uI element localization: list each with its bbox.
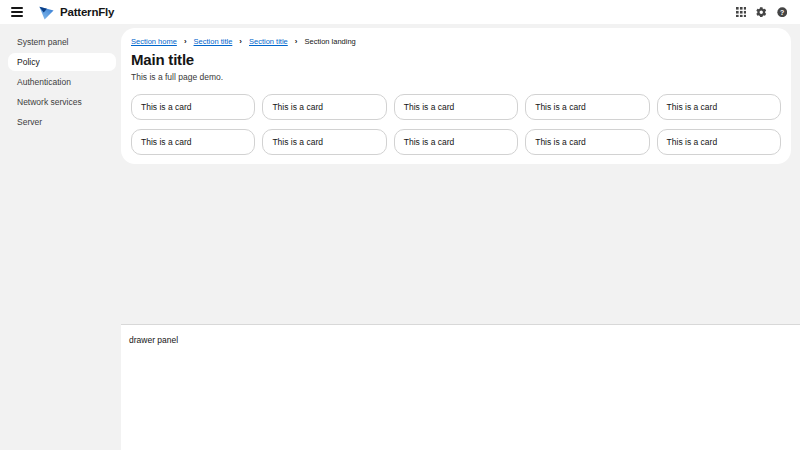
chevron-right-icon: › <box>239 38 242 46</box>
page-subtitle: This is a full page demo. <box>131 72 781 82</box>
main-panel: Section home › Section title › Section t… <box>121 28 791 164</box>
patternfly-logo-icon <box>38 4 55 21</box>
app-launcher-grid-icon[interactable] <box>735 6 748 19</box>
card: This is a card <box>525 129 649 155</box>
card: This is a card <box>657 94 781 120</box>
sidebar: System panel Policy Authentication Netwo… <box>0 24 121 450</box>
card: This is a card <box>657 129 781 155</box>
card: This is a card <box>131 129 255 155</box>
masthead-actions: ? <box>735 6 789 19</box>
card: This is a card <box>262 94 386 120</box>
breadcrumb-link-section-home[interactable]: Section home <box>131 37 177 46</box>
chevron-right-icon: › <box>295 38 298 46</box>
sidebar-item-server[interactable]: Server <box>8 113 116 131</box>
card-grid: This is a card This is a card This is a … <box>131 94 781 155</box>
sidebar-item-authentication[interactable]: Authentication <box>8 73 116 91</box>
brand: PatternFly <box>38 4 114 21</box>
breadcrumb-current-section-landing: Section landing <box>304 37 355 46</box>
card: This is a card <box>262 129 386 155</box>
sidebar-item-network-services[interactable]: Network services <box>8 93 116 111</box>
sidebar-item-policy[interactable]: Policy <box>8 53 116 71</box>
breadcrumb-link-section-title-2[interactable]: Section title <box>249 37 288 46</box>
help-question-icon[interactable]: ? <box>776 6 789 19</box>
drawer-panel: drawer panel <box>121 324 800 450</box>
breadcrumb-link-section-title-1[interactable]: Section title <box>194 37 233 46</box>
page-title: Main title <box>131 52 781 67</box>
hamburger-icon[interactable] <box>11 7 23 17</box>
chevron-right-icon: › <box>184 38 187 46</box>
drawer-panel-label: drawer panel <box>129 335 178 345</box>
card: This is a card <box>394 94 518 120</box>
breadcrumb: Section home › Section title › Section t… <box>131 37 781 46</box>
brand-name: PatternFly <box>60 6 114 18</box>
masthead: PatternFly ? <box>0 0 800 24</box>
card: This is a card <box>131 94 255 120</box>
card: This is a card <box>525 94 649 120</box>
svg-text:?: ? <box>780 8 784 15</box>
page-layout: System panel Policy Authentication Netwo… <box>0 24 800 450</box>
card: This is a card <box>394 129 518 155</box>
settings-gear-icon[interactable] <box>755 6 768 19</box>
content-area: Section home › Section title › Section t… <box>121 24 800 450</box>
nav-list: System panel Policy Authentication Netwo… <box>0 33 121 131</box>
sidebar-item-system-panel[interactable]: System panel <box>8 33 116 51</box>
